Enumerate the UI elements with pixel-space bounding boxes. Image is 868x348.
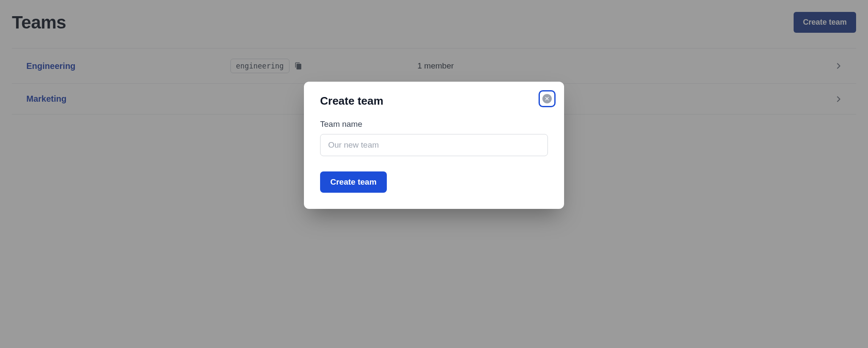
modal-title: Create team [320,94,548,108]
modal-overlay[interactable]: ✕ Create team Team name Create team [0,0,868,348]
submit-create-team-button[interactable]: Create team [320,171,387,193]
close-button[interactable]: ✕ [539,90,556,107]
close-icon: ✕ [542,94,552,103]
create-team-modal: ✕ Create team Team name Create team [304,82,564,209]
team-name-input[interactable] [320,134,548,156]
team-name-label: Team name [320,120,548,129]
